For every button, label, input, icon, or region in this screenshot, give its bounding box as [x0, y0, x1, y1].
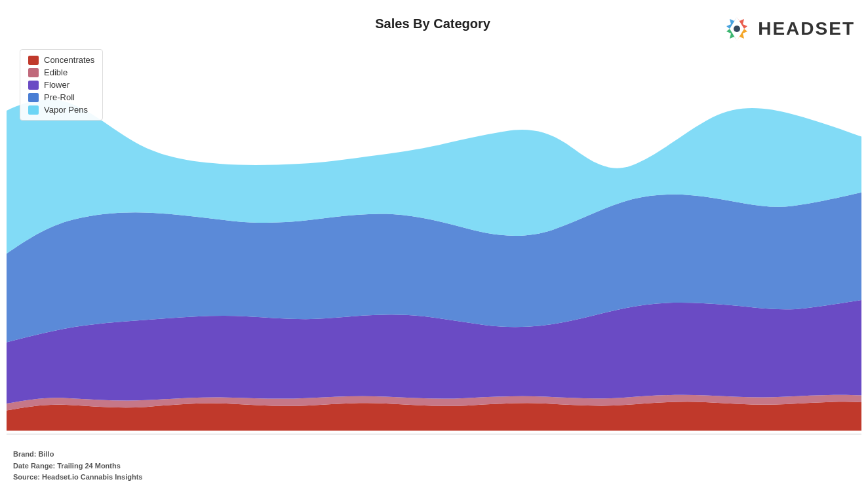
daterange-value: Trailing 24 Months: [57, 462, 121, 470]
legend-item-preroll: Pre-Roll: [28, 92, 94, 102]
chart-title: Sales By Category: [144, 13, 721, 31]
sales-chart-svg: 2023 2023-04 2023-07 2023-10 2024-01 202…: [7, 43, 861, 438]
footer-daterange: Date Range: Trailing 24 Months: [13, 461, 142, 472]
source-value: Headset.io Cannabis Insights: [42, 473, 142, 481]
chart-area: 2023 2023-04 2023-07 2023-10 2024-01 202…: [7, 43, 861, 438]
chart-header: Sales By Category HEADSET: [13, 13, 855, 45]
chart-legend: Concentrates Edible Flower Pre-Roll Vapo…: [20, 49, 103, 121]
footer-brand: Brand: Billo: [13, 449, 142, 461]
svg-point-2: [734, 26, 740, 32]
source-label: Source:: [13, 473, 40, 481]
legend-label-flower: Flower: [44, 80, 69, 90]
logo-area: HEADSET: [721, 13, 855, 45]
legend-swatch-concentrates: [28, 56, 39, 65]
legend-label-concentrates: Concentrates: [44, 55, 94, 65]
legend-swatch-vapor: [28, 105, 39, 115]
brand-label: Brand:: [13, 450, 36, 458]
legend-item-vapor: Vapor Pens: [28, 105, 94, 115]
legend-item-edible: Edible: [28, 67, 94, 77]
daterange-label: Date Range:: [13, 462, 55, 470]
headset-logo-icon: [721, 13, 753, 45]
legend-swatch-preroll: [28, 93, 39, 102]
legend-label-preroll: Pre-Roll: [44, 92, 75, 102]
footer-source: Source: Headset.io Cannabis Insights: [13, 472, 142, 483]
footer-info: Brand: Billo Date Range: Trailing 24 Mon…: [13, 449, 142, 483]
chart-container: Sales By Category HEADSET Concentrat: [0, 0, 868, 490]
legend-swatch-edible: [28, 68, 39, 77]
legend-label-edible: Edible: [44, 67, 68, 77]
legend-item-flower: Flower: [28, 80, 94, 90]
brand-value: Billo: [39, 450, 54, 458]
logo-text: HEADSET: [758, 18, 855, 39]
legend-label-vapor: Vapor Pens: [44, 105, 88, 115]
legend-swatch-flower: [28, 81, 39, 90]
legend-item-concentrates: Concentrates: [28, 55, 94, 65]
